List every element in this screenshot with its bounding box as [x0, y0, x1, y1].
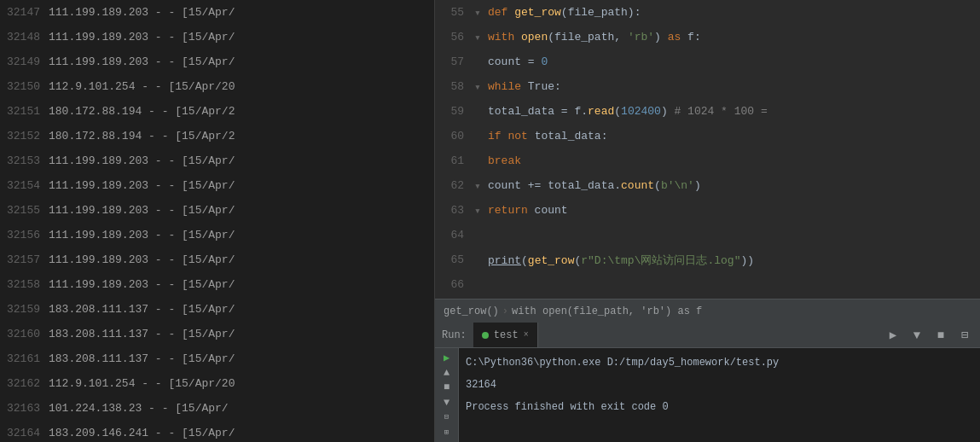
log-line-num: 32162 [7, 377, 49, 390]
log-line: 32147111.199.189.203 - - [15/Apr/ [0, 0, 434, 25]
run-label: Run: [435, 323, 473, 347]
code-line-content: count = 0 [484, 55, 980, 68]
console-result: 32164 [466, 379, 496, 391]
more-btn[interactable]: ⊞ [438, 426, 456, 439]
code-line: 60 if not total_data: [435, 124, 980, 148]
token: count [488, 55, 521, 68]
log-line-num: 32160 [7, 328, 49, 340]
log-line: 32164183.209.146.241 - - [15/Apr/ [0, 421, 434, 442]
code-line-num: 59 [435, 105, 471, 118]
stop-btn[interactable]: ■ [438, 381, 456, 394]
log-line: 32159183.208.111.137 - - [15/Apr/ [0, 297, 434, 322]
console-toolbar: ▶ ▼ ■ ⊟ [881, 323, 980, 347]
log-line-num: 32157 [7, 253, 49, 266]
log-line-content: 111.199.189.203 - - [15/Apr/ [49, 253, 235, 266]
fold-icon[interactable]: ▾ [471, 31, 484, 44]
log-line: 32163101.224.138.23 - - [15/Apr/ [0, 396, 434, 421]
console-result-line: 32164 [466, 374, 973, 396]
log-line-num: 32150 [7, 80, 49, 93]
log-line-content: 183.208.111.137 - - [15/Apr/ [49, 352, 235, 365]
code-line: 57 count = 0 [435, 49, 980, 74]
log-line-content: 180.172.88.194 - - [15/Apr/2 [49, 130, 235, 142]
code-line-content: print(get_row(r"D:\tmp\网站访问日志.log")) [484, 253, 980, 268]
log-line: 32148111.199.189.203 - - [15/Apr/ [0, 25, 434, 49]
console-command-line: C:\Python36\python.exe D:/tmp/day5_homew… [466, 352, 973, 374]
toolbar-btn-1[interactable]: ▶ [881, 323, 905, 347]
run-btn[interactable]: ▶ [438, 352, 456, 364]
code-line-content: while True: [484, 80, 980, 93]
token: ) [694, 179, 701, 192]
log-line-content: 111.199.189.203 - - [15/Apr/ [49, 204, 235, 217]
token: # 1024 * 100 = [675, 105, 768, 118]
toolbar-btn-2[interactable]: ▼ [905, 323, 929, 347]
log-line-num: 32156 [7, 229, 49, 241]
code-line-content: total_data = f.read(102400) # 1024 * 100… [484, 105, 980, 118]
code-line-num: 64 [435, 229, 471, 241]
token: get_row [528, 254, 575, 267]
log-line-num: 32153 [7, 154, 49, 167]
code-line: 59 total_data = f.read(102400) # 1024 * … [435, 99, 980, 124]
token: ) [654, 31, 668, 44]
token: ) [661, 105, 675, 118]
token: as [668, 31, 687, 44]
token: f: [687, 31, 701, 44]
log-line-content: 111.199.189.203 - - [15/Apr/ [49, 154, 235, 167]
down-btn[interactable]: ▼ [438, 396, 456, 409]
breadcrumb-item-1: get_row() [444, 305, 499, 317]
toolbar-btn-4[interactable]: ⊟ [953, 323, 977, 347]
token: count [535, 204, 568, 217]
token: total_data: [535, 130, 608, 142]
log-line-num: 32163 [7, 402, 49, 415]
token: open [521, 31, 548, 44]
log-line-num: 32161 [7, 352, 49, 365]
console-tab-test[interactable]: test × [473, 323, 538, 347]
code-line-content: with open(file_path, 'rb') as f: [484, 31, 980, 44]
log-line: 32150112.9.101.254 - - [15/Apr/20 [0, 74, 434, 99]
code-line-num: 66 [435, 278, 471, 291]
tab-status-dot [482, 332, 489, 339]
code-line-content: return count [484, 204, 980, 217]
log-line: 32155111.199.189.203 - - [15/Apr/ [0, 198, 434, 223]
tab-close-btn[interactable]: × [524, 330, 529, 340]
log-line-num: 32148 [7, 31, 49, 44]
fold-icon[interactable]: ▾ [471, 204, 484, 218]
toolbar-btn-3[interactable]: ■ [929, 323, 953, 347]
code-line: 62▾ count += total_data.count(b'\n') [435, 173, 980, 198]
log-line-content: 180.172.88.194 - - [15/Apr/2 [49, 105, 235, 118]
token: with [488, 31, 521, 44]
token: file_path [568, 6, 628, 19]
console-side-toolbar: ▶ ▲ ■ ▼ ⊟ ⊞ [435, 348, 459, 442]
token: total_data [488, 105, 554, 118]
log-line-num: 32154 [7, 179, 49, 192]
token: True: [528, 80, 561, 93]
log-line-num: 32155 [7, 204, 49, 217]
code-line: 56▾ with open(file_path, 'rb') as f: [435, 25, 980, 49]
token: r"D:\tmp\网站访问日志.log" [581, 254, 740, 267]
code-line: 63▾ return count [435, 198, 980, 223]
log-line-content: 183.208.111.137 - - [15/Apr/ [49, 328, 235, 340]
code-line-num: 63 [435, 204, 471, 217]
log-line-num: 32158 [7, 278, 49, 291]
code-line-num: 62 [435, 179, 471, 192]
console-output: C:\Python36\python.exe D:/tmp/day5_homew… [459, 348, 980, 442]
log-line-content: 101.224.138.23 - - [15/Apr/ [49, 402, 229, 415]
fold-icon[interactable]: ▾ [471, 80, 484, 94]
token: break [488, 154, 521, 167]
token: )) [740, 254, 754, 267]
up-btn[interactable]: ▲ [438, 366, 456, 379]
token: ( [654, 179, 661, 192]
console-exit-line: Process finished with exit code 0 [466, 396, 973, 418]
wrap-btn[interactable]: ⊟ [438, 410, 456, 423]
log-line-content: 111.199.189.203 - - [15/Apr/ [49, 31, 235, 44]
fold-icon[interactable]: ▾ [471, 6, 484, 20]
fold-icon[interactable]: ▾ [471, 179, 484, 193]
code-line: 61 break [435, 148, 980, 173]
code-line-num: 56 [435, 31, 471, 44]
code-editor: 55▾def get_row(file_path):56▾ with open(… [435, 0, 980, 299]
log-line: 32162112.9.101.254 - - [15/Apr/20 [0, 371, 434, 396]
token: return [488, 204, 535, 217]
log-line-content: 112.9.101.254 - - [15/Apr/20 [49, 377, 235, 390]
token: ( [548, 31, 554, 44]
token: ( [521, 254, 528, 267]
code-line-num: 65 [435, 253, 471, 266]
